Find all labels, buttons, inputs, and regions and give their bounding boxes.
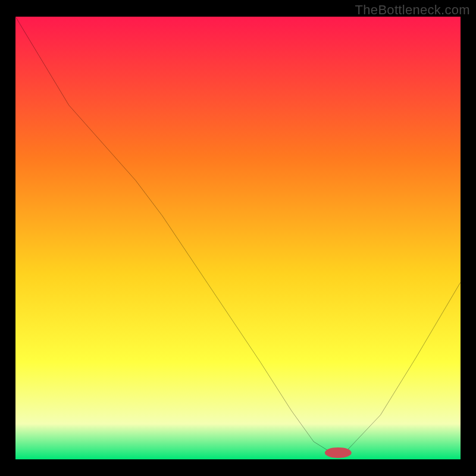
watermark-text: TheBottleneck.com: [355, 2, 470, 18]
bottleneck-plot: [15, 17, 461, 459]
gradient-background: [15, 17, 461, 459]
bottleneck-plot-svg: [15, 17, 461, 459]
optimal-point-marker: [325, 447, 352, 458]
chart-frame: TheBottleneck.com: [0, 0, 476, 476]
